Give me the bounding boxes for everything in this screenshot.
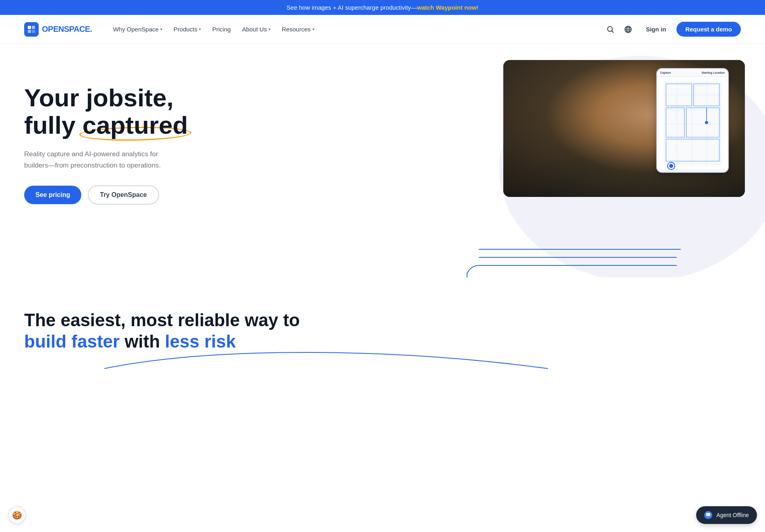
hero-title-highlight: captured	[83, 112, 188, 139]
hero-subtitle: Reality capture and AI-powered analytics…	[24, 149, 161, 170]
request-demo-button[interactable]: Request a demo	[676, 22, 741, 37]
see-pricing-button[interactable]: See pricing	[24, 186, 81, 204]
logo-wordmark: OPENSPACE.	[42, 25, 92, 34]
hero-text: Your jobsite, fully captured Reality cap…	[24, 68, 234, 205]
hero-image-area: CaptureStarting Location	[499, 56, 765, 277]
svg-point-24	[705, 121, 708, 124]
nav-item-about-us[interactable]: About Us ▾	[237, 23, 275, 36]
connector-lines-svg	[298, 193, 765, 277]
nav-item-products[interactable]: Products ▾	[169, 23, 206, 36]
chevron-down-icon: ▾	[160, 27, 162, 31]
chevron-down-icon: ▾	[199, 27, 201, 31]
banner-link[interactable]: watch Waypoint now!	[417, 4, 479, 11]
nav-item-pricing[interactable]: Pricing	[207, 23, 236, 36]
svg-rect-11	[664, 82, 721, 165]
nav-links: Why OpenSpace ▾ Products ▾ Pricing About…	[108, 23, 603, 36]
svg-rect-0	[28, 26, 31, 29]
banner-text: See how images + AI supercharge producti…	[287, 4, 417, 11]
chevron-down-icon: ▾	[269, 27, 271, 31]
svg-rect-2	[28, 30, 31, 33]
hero-title: Your jobsite, fully captured	[24, 84, 234, 139]
below-hero-section: The easiest, most reliable way to build …	[0, 277, 765, 377]
hero-content-area: Your jobsite, fully captured Reality cap…	[0, 44, 765, 277]
top-banner: See how images + AI supercharge producti…	[0, 0, 765, 15]
bottom-curve-svg	[24, 344, 588, 377]
logo-icon	[24, 22, 39, 37]
navbar: OPENSPACE. Why OpenSpace ▾ Products ▾ Pr…	[0, 15, 765, 44]
hero-image: CaptureStarting Location	[503, 60, 745, 197]
svg-rect-3	[32, 30, 35, 33]
search-button[interactable]	[603, 22, 618, 37]
nav-item-resources[interactable]: Resources ▾	[277, 23, 319, 36]
svg-line-5	[612, 31, 614, 33]
svg-point-4	[608, 27, 612, 31]
nav-item-why-openspace[interactable]: Why OpenSpace ▾	[108, 23, 167, 36]
connector-dot-top	[668, 163, 674, 169]
try-openspace-button[interactable]: Try OpenSpace	[88, 185, 159, 205]
nav-actions: Sign in Request a demo	[603, 22, 741, 37]
language-button[interactable]	[621, 22, 635, 37]
hero-section: Your jobsite, fully captured Reality cap…	[0, 44, 765, 377]
hero-buttons: See pricing Try OpenSpace	[24, 185, 234, 205]
logo[interactable]: OPENSPACE.	[24, 22, 92, 37]
sign-in-button[interactable]: Sign in	[639, 23, 673, 36]
phone-screen: CaptureStarting Location	[656, 68, 729, 173]
chevron-down-icon: ▾	[312, 27, 314, 31]
svg-rect-1	[32, 26, 35, 29]
